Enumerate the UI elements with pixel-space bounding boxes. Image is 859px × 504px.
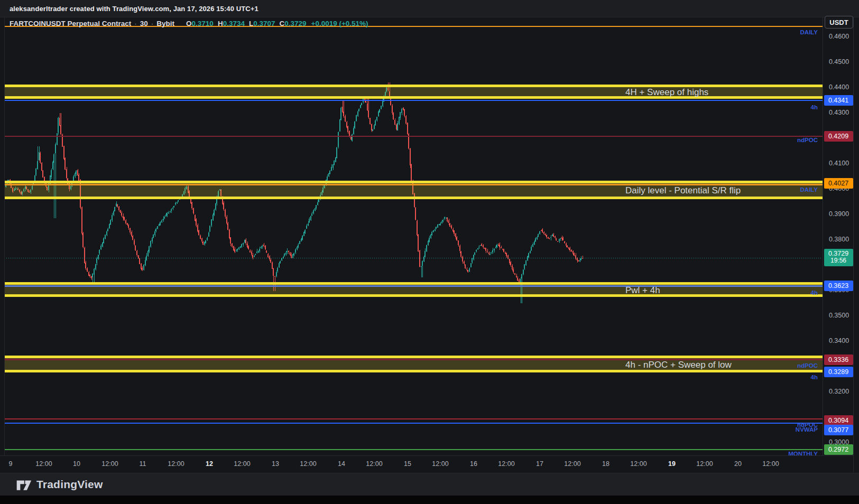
candle-body (316, 205, 317, 208)
price-axis[interactable]: 0.46000.45000.44000.43000.41000.40000.39… (823, 17, 859, 455)
candle-body (63, 146, 64, 159)
timeframe-tag: 4h (811, 104, 818, 110)
candle-body (53, 154, 54, 163)
candle-body (451, 226, 452, 228)
tradingview-logo[interactable]: TradingView (16, 477, 103, 492)
candle-body (442, 220, 444, 221)
candle-body (505, 253, 506, 254)
candle-body (123, 216, 124, 219)
candle-body (315, 208, 316, 211)
candle-body (95, 264, 96, 269)
candle-body (262, 246, 263, 247)
candle-body (234, 249, 235, 252)
ohlc-value: 0.3734 (223, 20, 245, 27)
symbol-legend[interactable]: FARTCOINUSDT Perpetual Contract·30·Bybit… (10, 20, 368, 27)
candle-body (94, 269, 95, 275)
candle-body (560, 238, 561, 239)
zone-border-top (4, 181, 823, 183)
candle-body (390, 98, 391, 105)
candle-body (543, 232, 544, 234)
candle-body (35, 169, 36, 175)
ohlc-value: 0.3729 (284, 20, 306, 27)
candle-body (460, 251, 461, 257)
candle-body (191, 202, 192, 208)
candle-body (172, 208, 173, 209)
candle-body (579, 260, 580, 262)
price-level-badge: 0.3623 (824, 281, 853, 291)
candle-body (567, 246, 568, 247)
time-axis[interactable]: 912:001012:001112:001212:001312:001412:0… (0, 455, 853, 473)
candle-body (88, 272, 89, 276)
candle-body (566, 244, 567, 246)
zone-border-top (4, 282, 823, 285)
time-tick: 12:00 (300, 460, 316, 468)
candle-body (354, 122, 355, 128)
candle-body (496, 245, 497, 247)
candle-body (328, 173, 329, 176)
candle-body (163, 219, 164, 220)
candle-body (40, 153, 41, 163)
candle-body (541, 230, 542, 231)
candle-body (481, 244, 482, 245)
candle-body (404, 109, 405, 116)
current-price-badge: 0.372919:56 (824, 249, 853, 266)
candle-body (173, 206, 174, 207)
candle-body (240, 246, 241, 247)
time-tick: 10 (73, 460, 80, 468)
candle-body (447, 218, 448, 221)
candle-body (164, 217, 165, 218)
candle-body (361, 103, 362, 105)
candle-body (358, 109, 359, 111)
candle-body (138, 255, 139, 258)
candle-body (527, 256, 528, 260)
candle-body (241, 244, 242, 247)
time-tick: 12:00 (630, 460, 646, 468)
candle-body (392, 106, 393, 113)
candle-body (400, 112, 401, 118)
candle-body (430, 235, 431, 238)
candle-body (491, 253, 492, 253)
candle-body (394, 120, 395, 124)
candle-body (303, 232, 304, 236)
candle-body (510, 262, 511, 265)
candle-body (141, 264, 142, 269)
candle-body (292, 254, 293, 257)
countdown-timer: 19:56 (824, 257, 853, 264)
candle-body (205, 240, 206, 243)
candle-body (353, 128, 354, 134)
candle-body (535, 238, 536, 241)
candlestick-chart[interactable]: 4H + Sweep of highsDaily level - Potenti… (0, 17, 859, 455)
tradingview-logo-icon (16, 477, 32, 492)
candle-body (204, 242, 205, 245)
candle-body (215, 203, 216, 210)
time-tick: 12:00 (696, 460, 713, 468)
legend-ohlc-values: O0.3710H0.3734L0.3707C0.3729 (182, 20, 306, 27)
candle-body (281, 258, 282, 260)
time-tick: 12:00 (498, 460, 514, 468)
candle-body (149, 246, 150, 252)
candle-body (170, 211, 171, 212)
time-tick: 17 (536, 460, 543, 468)
tradingview-brand-text: TradingView (36, 478, 103, 491)
candle-body (288, 251, 289, 253)
candle-body (474, 253, 475, 255)
candle-body (444, 217, 445, 219)
candle-body (121, 213, 122, 216)
candle-body (549, 238, 550, 239)
candle-body (476, 250, 477, 251)
time-tick: 12 (206, 460, 213, 468)
candle-body (85, 263, 86, 268)
candle-body (139, 258, 140, 264)
candle-body (436, 227, 437, 228)
logo-bar: TradingView (0, 473, 859, 496)
candle-body (306, 226, 307, 229)
price-level-badge: 0.3336 (824, 354, 853, 365)
candle-body (512, 266, 513, 269)
candle-body (195, 215, 196, 221)
time-tick: 12:00 (564, 460, 580, 468)
candle-body (329, 171, 330, 174)
candle-body (117, 204, 118, 207)
candle-body (113, 211, 114, 215)
candle-body (179, 199, 180, 200)
price-tick: 0.3500 (825, 312, 853, 319)
